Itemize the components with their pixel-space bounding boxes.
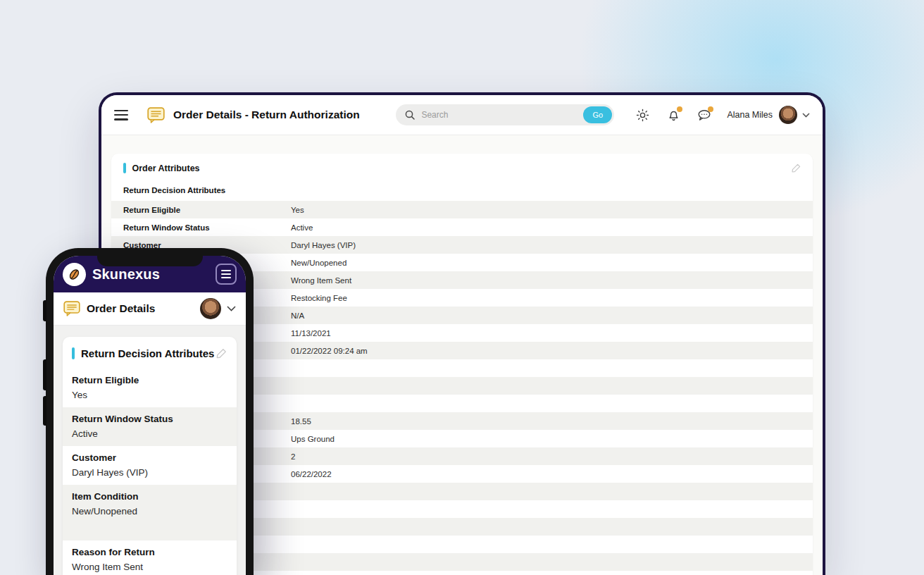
attribute-value: N/A [291,311,304,320]
phone-volume-down-button[interactable] [43,396,46,426]
phone-attribute-rows: Return EligibleYesReturn Window StatusAc… [63,369,237,575]
attribute-value: 18.55 [291,417,311,426]
search-input[interactable] [421,110,583,120]
attribute-value: Ups Ground [291,435,335,443]
attribute-value: Active [72,428,227,440]
page-title: Order Details - Return Authorization [173,109,360,121]
attribute-value: Active [291,223,313,232]
edit-pencil-icon[interactable] [216,347,227,359]
attribute-row: Return Window StatusActive [63,407,237,446]
messages-chat-icon[interactable] [697,108,711,122]
attribute-label: Return Window Status [72,413,227,425]
attribute-value: Daryl Hayes (VIP) [291,241,356,249]
attribute-value: New/Unopened [72,505,227,517]
user-name[interactable]: Alana Miles [727,110,773,120]
attribute-label: Item Condition [72,490,227,502]
accent-bar [72,347,75,359]
phone-card-title: Return Decision Attributes [81,347,214,359]
phone-page-title: Order Details [87,302,155,315]
attribute-label: Reason for Return [72,546,227,558]
attribute-label: Customer [72,452,227,464]
phone-menu-hamburger-icon[interactable] [216,264,237,285]
attribute-row: Return Window StatusActive [111,218,813,236]
attribute-value: 11/13/2021 [291,329,331,338]
phone-mockup: Skunexus Order Details [46,248,254,575]
messages-badge [708,106,713,112]
phone-screen: Skunexus Order Details [54,256,246,575]
phone-volume-up-button[interactable] [43,359,46,390]
phone-mute-button[interactable] [43,300,46,321]
section-title: Return Decision Attributes [111,180,813,201]
chat-lines-icon [147,107,165,123]
phone-notch [97,256,203,266]
attribute-row: Reason for ReturnWrong Item Sent [63,540,237,575]
phone-content: Return Decision Attributes Return Eligib… [54,326,246,575]
attribute-value: New/Unopened [291,259,346,267]
attribute-value: Daryl Hayes (VIP) [72,466,227,478]
app-header: Order Details - Return Authorization Go [101,95,823,135]
return-decision-card: Return Decision Attributes Return Eligib… [63,337,237,575]
search-go-button[interactable]: Go [583,106,612,123]
attribute-value: Yes [72,389,227,401]
user-avatar[interactable] [779,106,797,124]
page: { "colors": { "accent_cyan": "#36bedd", … [0,0,924,575]
card-header: Order Attributes [111,154,813,180]
search-icon [404,109,416,120]
attribute-label: Return Eligible [123,206,291,214]
attribute-label: Return Window Status [123,223,291,232]
accent-bar [123,163,126,173]
attribute-row: Return EligibleYes [111,201,813,218]
menu-hamburger-icon[interactable] [114,110,128,120]
attribute-value: Yes [291,206,304,214]
theme-sun-icon[interactable] [635,108,649,122]
attribute-value: Wrong Item Sent [291,276,351,285]
edit-pencil-icon[interactable] [791,163,801,173]
attribute-row: Item ConditionNew/Unopened [63,485,237,540]
search-bar: Go [396,104,614,125]
notification-badge [677,106,682,112]
phone-titlebar: Order Details [54,292,246,326]
header-icon-group [635,108,711,122]
card-title: Order Attributes [132,163,200,173]
attribute-value: Wrong Item Sent [72,561,227,573]
attribute-value: 2 [291,452,295,461]
attribute-label: Return Eligible [72,374,227,386]
chat-lines-icon [63,301,80,316]
user-menu-chevron-down-icon[interactable] [802,113,810,118]
phone-user-avatar[interactable] [200,298,221,319]
attribute-value: Restocking Fee [291,294,347,302]
notifications-bell-icon[interactable] [666,108,680,122]
attribute-value: 06/22/2022 [291,470,332,478]
phone-user-chevron-down-icon[interactable] [227,306,236,311]
attribute-row: Return EligibleYes [63,369,237,407]
phone-card-header: Return Decision Attributes [63,337,237,369]
attribute-value: 01/22/2022 09:24 am [291,347,368,355]
attribute-row: CustomerDaryl Hayes (VIP) [63,446,237,485]
brand-name: Skunexus [92,266,160,283]
skunexus-logo-icon [63,263,86,286]
